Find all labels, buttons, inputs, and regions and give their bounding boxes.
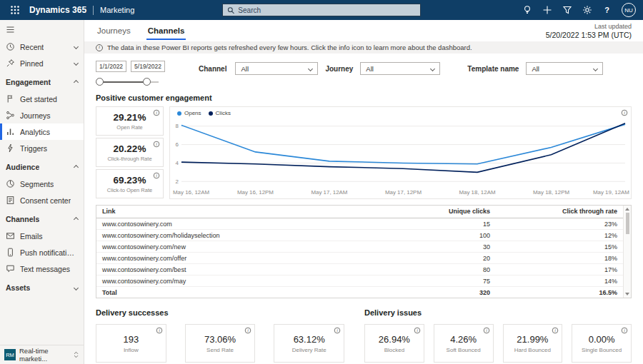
column-header-unique-clicks[interactable]: Unique clicks [349,206,496,218]
help-icon[interactable]: ? [602,5,612,16]
main-content: Journeys Channels Last updated 5/20/2022… [84,20,643,364]
sidebar-collapse-button[interactable] [0,20,84,39]
avatar[interactable]: NU [622,3,636,17]
table-row[interactable]: www.contosowinery.com/best 80 17% [96,264,623,275]
hamburger-icon [6,25,15,34]
chevron-down-icon [593,66,598,71]
links-table: Link Unique clicks Click through rate ww… [96,205,632,298]
svg-text:4: 4 [176,160,179,166]
flag-icon [6,94,15,103]
kpi-value: 29.21% [114,112,146,123]
table-row[interactable]: www.contosowinery.com/may 75 14% [96,275,623,287]
app-name[interactable]: Marketing [100,6,134,14]
sidebar-item-triggers[interactable]: Triggers [0,140,84,156]
card-label: Hard Bounced [514,347,551,353]
sidebar-item-get-started[interactable]: Get started [0,91,84,107]
clock-icon [6,42,15,51]
svg-text:8: 8 [176,123,179,130]
channel-dropdown[interactable]: All [235,62,318,75]
template-filter-label: Template name [467,65,519,73]
info-icon[interactable] [156,328,162,334]
sidebar-item-analytics[interactable]: Analytics [0,123,84,140]
chevron-down-icon [430,66,435,71]
switch-area-icon [73,351,79,358]
scroll-up-arrow-icon[interactable] [625,208,629,211]
date-range-slider[interactable] [96,78,159,86]
sidebar-item-text-messages[interactable]: Text messages [0,261,84,277]
info-icon[interactable] [245,328,251,334]
info-icon[interactable] [483,328,489,334]
legend-clicks[interactable]: Clicks [209,110,231,116]
search-icon [227,6,234,14]
card-label: Blocked [384,347,404,353]
sidebar-section-audience[interactable]: Audience [0,158,84,176]
brand-title[interactable]: Dynamics 365 [29,5,86,15]
info-icon[interactable] [96,44,103,51]
refresh-info-banner: The data in these Power BI reports gets … [84,41,643,54]
add-icon[interactable] [542,5,552,16]
settings-gear-icon[interactable] [582,5,592,16]
sidebar-item-consent-center[interactable]: Consent center [0,192,84,208]
sidebar-item-segments[interactable]: Segments [0,176,84,192]
sidebar-section-channels[interactable]: Channels [0,211,84,228]
journey-dropdown[interactable]: All [360,62,440,75]
section-label: Audience [6,163,39,171]
info-icon[interactable] [154,141,160,148]
table-row[interactable]: www.contosowinery.com 15 23% [96,218,623,230]
tab-channels[interactable]: Channels [146,23,186,40]
info-icon[interactable] [552,328,559,334]
tab-journeys[interactable]: Journeys [96,23,132,40]
column-header-click-through-rate[interactable]: Click through rate [496,206,623,218]
card-value: 63.12% [294,334,325,345]
table-scrollbar[interactable] [623,206,631,298]
table-total-row: Total 320 16.5% [96,287,623,298]
filter-icon[interactable] [562,5,572,16]
slider-handle-end[interactable] [143,78,151,86]
legend-opens[interactable]: Opens [177,110,201,116]
sidebar-item-label: Push notifications [20,248,78,257]
app-launcher-icon[interactable] [7,2,23,18]
scroll-down-arrow-icon[interactable] [625,293,629,295]
cell-link: www.contosowinery.com/new [96,241,349,253]
sidebar-item-pinned[interactable]: Pinned [0,55,84,71]
lightbulb-icon[interactable] [522,5,532,16]
global-search[interactable] [222,4,421,16]
table-row[interactable]: www.contosowinery.com/offer 20 18% [96,253,623,264]
info-icon[interactable] [334,328,341,334]
chevron-down-icon [74,285,79,290]
start-date-box[interactable]: 1/1/2022 [96,61,126,72]
svg-text:May 16, 12PM: May 16, 12PM [237,190,274,196]
sidebar-item-journeys[interactable]: Journeys [0,107,84,123]
info-icon[interactable] [622,110,628,116]
channel-dropdown-value: All [241,65,249,73]
card-value: 4.26% [450,334,477,345]
kpi-click-through-rate: 20.22% Click-through Rate [96,138,164,167]
search-input[interactable] [238,6,416,14]
table-row[interactable]: www.contosowinery.com/holidayselection 1… [96,230,623,241]
info-icon[interactable] [414,328,421,334]
card-value: 26.94% [379,334,410,345]
template-dropdown[interactable]: All [526,62,603,75]
card-soft-bounced: 4.26% Soft Bounced [434,324,494,363]
engagement-section-title: Positive customer engagement [84,91,643,102]
column-header-link[interactable]: Link [96,206,349,218]
info-icon[interactable] [622,328,628,334]
cell-clicks: 15 [349,218,496,230]
section-label: Engagement [6,78,51,86]
chevron-down-icon [74,44,79,49]
info-icon[interactable] [154,173,160,179]
sidebar-section-engagement[interactable]: Engagement [0,74,84,91]
sidebar-section-assets[interactable]: Assets [0,279,84,296]
area-switcher[interactable]: RM Real-time marketi... [0,345,84,364]
info-icon[interactable] [154,110,160,116]
sidebar-item-recent[interactable]: Recent [0,39,84,55]
scrollbar-thumb[interactable] [626,213,629,234]
svg-text:6: 6 [176,141,179,148]
sidebar-item-push-notifications[interactable]: Push notifications [0,244,84,261]
card-hard-bounced: 21.99% Hard Bounced [503,324,563,363]
table-row[interactable]: www.contosowinery.com/new 30 15% [96,241,623,253]
end-date-box[interactable]: 5/19/2022 [131,61,165,72]
sidebar-item-emails[interactable]: Emails [0,228,84,244]
cell-rate: 18% [496,253,623,264]
slider-handle-start[interactable] [96,78,104,86]
